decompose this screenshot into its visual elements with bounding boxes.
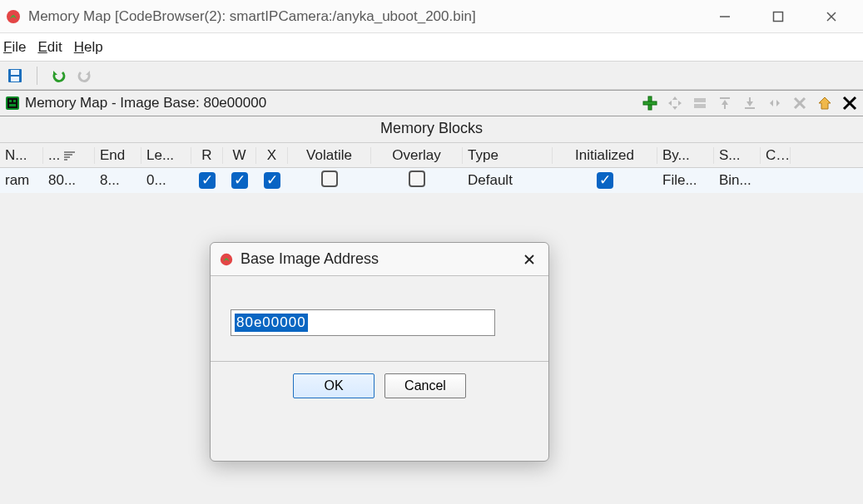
merge-block-button[interactable] [765, 93, 785, 113]
dialog-titlebar: Base Image Address [211, 243, 548, 276]
cell-type: Default [463, 172, 553, 189]
add-block-button[interactable] [640, 93, 660, 113]
cell-overlay[interactable] [371, 170, 463, 191]
svg-rect-14 [643, 101, 657, 105]
panel-actions [640, 93, 863, 113]
svg-rect-20 [749, 97, 751, 102]
svg-rect-6 [11, 70, 19, 75]
panel-title: Memory Map - Image Base: 80e00000 [25, 95, 640, 111]
dialog-icon [219, 252, 234, 267]
cell-end: 8... [95, 172, 141, 189]
dialog-footer: OK Cancel [211, 362, 548, 410]
undo-button[interactable] [51, 67, 67, 84]
cell-x[interactable]: ✓ [256, 172, 288, 190]
split-block-button[interactable] [690, 93, 710, 113]
checkbox-unchecked-icon [321, 170, 338, 187]
toolbar [0, 62, 863, 90]
memory-blocks-table: N... ... End Le... R W X Volatile Overla… [0, 143, 863, 193]
svg-rect-10 [9, 100, 12, 102]
titlebar: Memory Map [CodeBrowser(2): smartIPCamer… [0, 0, 863, 33]
cell-byte: File... [657, 172, 714, 189]
cell-start: 80... [43, 172, 95, 189]
window-title: Memory Map [CodeBrowser(2): smartIPCamer… [28, 8, 713, 25]
col-r[interactable]: R [191, 147, 223, 164]
svg-rect-17 [720, 97, 730, 99]
dialog-title: Base Image Address [241, 250, 518, 268]
col-byte[interactable]: By... [657, 147, 714, 164]
app-icon [5, 8, 22, 25]
base-image-address-dialog: Base Image Address 80e00000 OK Cancel [210, 242, 549, 462]
panel-header: Memory Map - Image Base: 80e00000 [0, 90, 863, 116]
svg-rect-12 [9, 104, 16, 106]
menubar: File Edit Help [0, 33, 863, 62]
redo-button[interactable] [76, 67, 92, 84]
col-type[interactable]: Type [463, 147, 553, 164]
table-row[interactable]: ram 80... 8... 0... ✓ ✓ ✓ Default ✓ File… [0, 168, 863, 193]
toolbar-separator [37, 67, 37, 85]
svg-rect-7 [11, 77, 19, 82]
checkbox-unchecked-icon [409, 170, 425, 187]
svg-rect-9 [7, 98, 17, 108]
svg-rect-11 [13, 100, 16, 102]
cell-volatile[interactable] [288, 170, 371, 191]
svg-rect-16 [694, 104, 706, 108]
sort-asc-icon [63, 151, 75, 161]
dialog-body: 80e00000 [211, 276, 548, 362]
svg-rect-18 [724, 104, 726, 109]
base-address-value: 80e00000 [235, 314, 308, 332]
checkbox-checked-icon: ✓ [199, 172, 216, 189]
col-comment[interactable]: C... [761, 147, 791, 164]
window-controls [713, 5, 863, 28]
expand-up-button[interactable] [715, 93, 735, 113]
close-panel-button[interactable] [840, 93, 860, 113]
cell-source: Bin... [714, 172, 761, 189]
minimize-button[interactable] [713, 5, 737, 28]
col-source[interactable]: S... [714, 147, 761, 164]
checkbox-checked-icon: ✓ [231, 172, 248, 189]
section-title: Memory Blocks [0, 116, 863, 143]
col-initialized[interactable]: Initialized [553, 147, 657, 164]
memory-map-icon [5, 96, 20, 111]
col-w[interactable]: W [223, 147, 256, 164]
svg-rect-15 [694, 98, 706, 102]
col-overlay[interactable]: Overlay [371, 147, 463, 164]
table-header: N... ... End Le... R W X Volatile Overla… [0, 143, 863, 168]
set-image-base-button[interactable] [815, 93, 835, 113]
cancel-button[interactable]: Cancel [384, 373, 466, 398]
cell-r[interactable]: ✓ [191, 172, 223, 190]
expand-down-button[interactable] [740, 93, 760, 113]
cell-initialized[interactable]: ✓ [553, 172, 657, 190]
move-block-button[interactable] [665, 93, 685, 113]
menu-file[interactable]: File [3, 39, 26, 56]
delete-block-button[interactable] [790, 93, 810, 113]
col-start[interactable]: ... [43, 147, 95, 164]
menu-help[interactable]: Help [74, 39, 103, 56]
col-length[interactable]: Le... [141, 147, 191, 164]
menu-edit[interactable]: Edit [37, 39, 62, 56]
col-end[interactable]: End [95, 147, 141, 164]
cell-name: ram [0, 172, 43, 189]
cell-length: 0... [141, 172, 191, 189]
checkbox-checked-icon: ✓ [597, 172, 613, 189]
svg-rect-19 [745, 107, 755, 109]
save-button[interactable] [7, 67, 23, 84]
col-volatile[interactable]: Volatile [288, 147, 371, 164]
base-address-input[interactable]: 80e00000 [231, 309, 495, 336]
cell-w[interactable]: ✓ [223, 172, 256, 190]
col-x[interactable]: X [256, 147, 288, 164]
svg-rect-2 [774, 12, 783, 21]
checkbox-checked-icon: ✓ [264, 172, 280, 189]
col-name[interactable]: N... [0, 147, 43, 164]
dialog-close-button[interactable] [518, 249, 540, 270]
close-button[interactable] [820, 5, 843, 28]
ok-button[interactable]: OK [293, 373, 374, 398]
maximize-button[interactable] [766, 5, 790, 28]
